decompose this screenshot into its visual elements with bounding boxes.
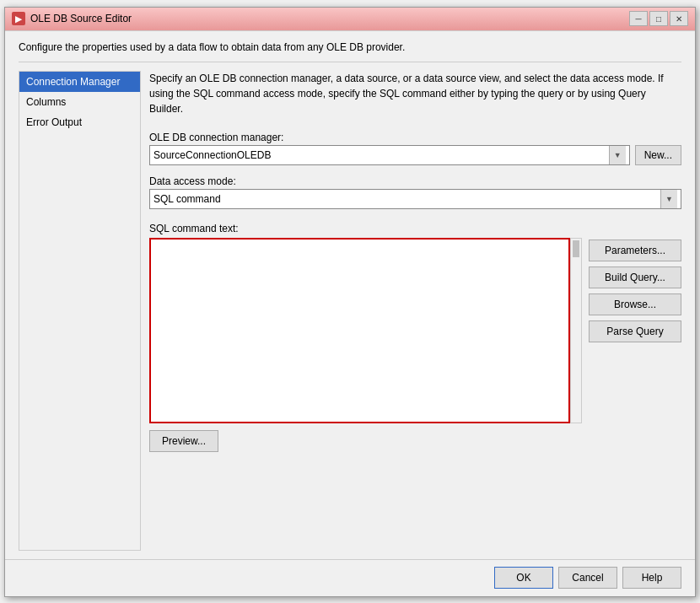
parameters-button[interactable]: Parameters... (589, 240, 681, 261)
title-bar: ▶ OLE DB Source Editor ─ □ ✕ (5, 8, 695, 31)
browse-button[interactable]: Browse... (589, 293, 681, 315)
connection-value: SourceConnectionOLEDB (153, 149, 609, 161)
sidebar-item-error-output[interactable]: Error Output (19, 112, 140, 132)
ok-button[interactable]: OK (494, 567, 553, 589)
main-window: ▶ OLE DB Source Editor ─ □ ✕ Configure t… (4, 7, 696, 597)
sql-right: Parameters... Build Query... Browse... P… (589, 240, 681, 452)
hint-text: Specify an OLE DB connection manager, a … (149, 71, 681, 116)
connection-combo[interactable]: SourceConnectionOLEDB ▼ (149, 145, 630, 165)
access-mode-value: SQL command (153, 193, 660, 205)
window-content: Configure the properties used by a data … (5, 31, 695, 596)
close-button[interactable]: ✕ (670, 11, 688, 26)
new-button[interactable]: New... (635, 145, 681, 165)
access-mode-label: Data access mode: (149, 175, 681, 187)
minimize-button[interactable]: ─ (629, 11, 648, 26)
sql-command-label: SQL command text: (149, 223, 582, 234)
sql-section: SQL command text: Preview... (149, 223, 681, 452)
maximize-button[interactable]: □ (649, 11, 668, 26)
sql-left: SQL command text: Preview... (149, 223, 582, 452)
description-text: Configure the properties used by a data … (5, 31, 695, 62)
window-title: OLE DB Source Editor (30, 13, 132, 24)
bottom-bar: OK Cancel Help (5, 559, 695, 596)
sidebar: Connection Manager Columns Error Output (19, 71, 141, 551)
preview-row: Preview... (149, 430, 582, 452)
access-mode-dropdown-arrow[interactable]: ▼ (660, 190, 677, 208)
app-icon: ▶ (12, 12, 25, 25)
window-controls: ─ □ ✕ (629, 11, 688, 26)
sidebar-item-columns[interactable]: Columns (19, 92, 140, 112)
help-button[interactable]: Help (622, 567, 681, 589)
right-panel: Specify an OLE DB connection manager, a … (149, 71, 681, 551)
connection-dropdown-arrow[interactable]: ▼ (609, 146, 626, 164)
scrollbar-thumb (573, 240, 579, 257)
sql-command-input[interactable] (151, 240, 568, 422)
sidebar-item-connection-manager[interactable]: Connection Manager (19, 72, 140, 92)
sql-scrollbar[interactable] (570, 238, 582, 423)
preview-button[interactable]: Preview... (149, 430, 218, 452)
sql-area-container (149, 238, 582, 423)
build-query-button[interactable]: Build Query... (589, 267, 681, 288)
sql-textarea-border (149, 238, 570, 423)
access-mode-combo[interactable]: SQL command ▼ (149, 189, 681, 209)
cancel-button[interactable]: Cancel (558, 567, 617, 589)
connection-row: SourceConnectionOLEDB ▼ New... (149, 145, 681, 165)
main-area: Connection Manager Columns Error Output … (5, 62, 695, 559)
title-bar-left: ▶ OLE DB Source Editor (12, 12, 132, 25)
connection-label: OLE DB connection manager: (149, 132, 681, 143)
access-mode-row: SQL command ▼ (149, 189, 681, 209)
parse-query-button[interactable]: Parse Query (589, 320, 681, 342)
